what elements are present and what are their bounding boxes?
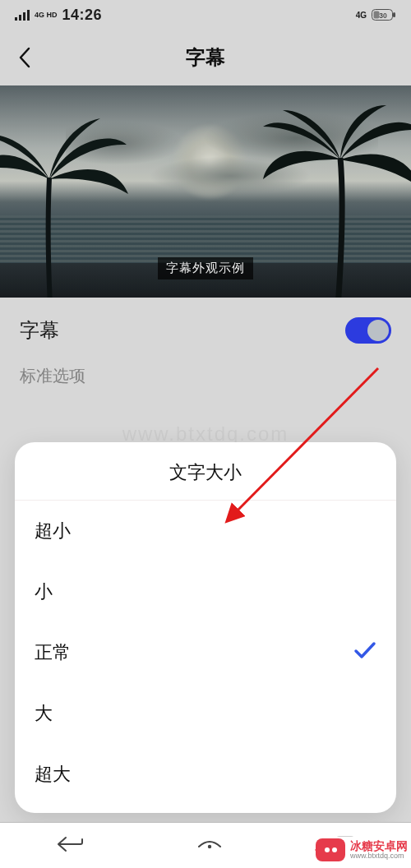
watermark-site: www.btxtdq.com (350, 852, 408, 860)
nav-back-button[interactable] (56, 835, 84, 856)
subtitle-toggle-row: 字幕 (0, 298, 411, 352)
svg-rect-5 (393, 12, 395, 17)
svg-rect-1 (19, 15, 21, 21)
watermark-logo-icon (316, 838, 345, 861)
header: 字幕 (0, 30, 411, 85)
option-label: 正常 (35, 640, 71, 665)
signal-icon (15, 9, 30, 21)
watermark-text-block: 冰糖安卓网 www.btxtdq.com (350, 840, 408, 860)
subtitle-toggle-label: 字幕 (20, 317, 59, 344)
status-right: 4G 30 (356, 9, 396, 21)
svg-text:30: 30 (379, 12, 387, 20)
page-title: 字幕 (186, 44, 225, 71)
option-large[interactable]: 大 (15, 683, 396, 744)
palm-left-graphic (0, 115, 128, 298)
nav-home-button[interactable] (196, 835, 224, 856)
option-label: 超小 (35, 519, 71, 543)
toggle-knob (367, 320, 389, 341)
option-extra-small[interactable]: 超小 (15, 501, 396, 561)
subtitle-toggle[interactable] (345, 317, 391, 344)
option-label: 小 (35, 579, 53, 604)
network-label: 4G HD (35, 12, 58, 19)
svg-rect-3 (27, 10, 30, 21)
palm-right-graphic (263, 105, 411, 298)
svg-point-9 (208, 844, 211, 847)
svg-rect-2 (23, 12, 25, 21)
subtitle-preview: 字幕外观示例 (0, 85, 411, 298)
option-normal[interactable]: 正常 (15, 622, 396, 683)
option-label: 大 (35, 701, 53, 726)
text-size-dialog: 文字大小 超小 小 正常 大 超大 (15, 442, 396, 813)
check-icon (353, 641, 376, 664)
chevron-left-icon (17, 46, 32, 69)
standard-options-label: 标准选项 (0, 352, 411, 400)
option-extra-large[interactable]: 超大 (15, 744, 396, 805)
network-right-label: 4G (356, 11, 367, 20)
back-button[interactable] (12, 44, 38, 71)
site-watermark: 冰糖安卓网 www.btxtdq.com (312, 837, 411, 863)
battery-icon: 30 (372, 9, 396, 21)
dialog-title: 文字大小 (15, 442, 396, 501)
status-bar: 4G HD 14:26 4G 30 (0, 0, 411, 30)
option-small[interactable]: 小 (15, 561, 396, 622)
svg-rect-0 (15, 17, 17, 21)
option-label: 超大 (35, 762, 71, 787)
status-left: 4G HD 14:26 (15, 7, 102, 24)
clock: 14:26 (62, 7, 103, 24)
preview-caption: 字幕外观示例 (158, 257, 253, 279)
watermark-text: 冰糖安卓网 (350, 840, 408, 852)
